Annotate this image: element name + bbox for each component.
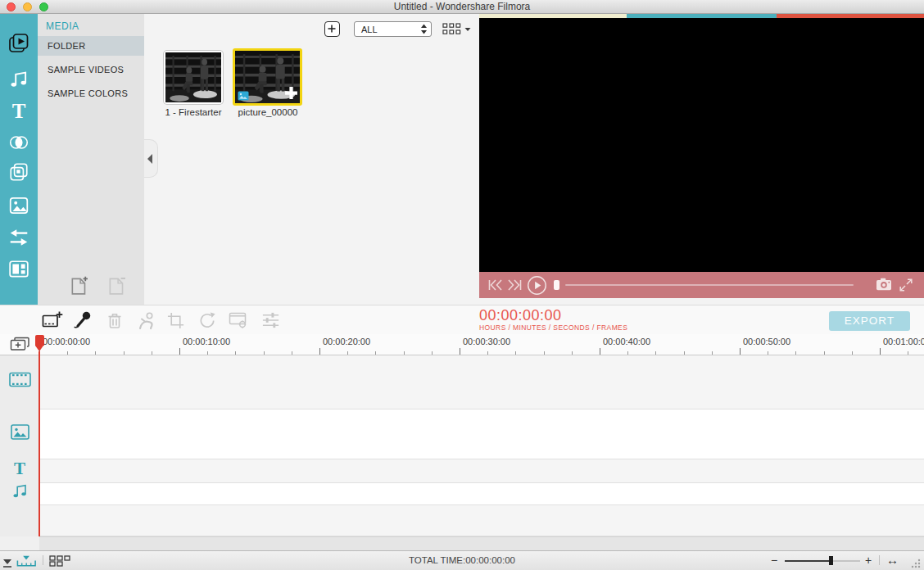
ruler-minor-tick — [207, 351, 208, 355]
media-panel-item-folder[interactable]: FOLDER — [38, 36, 144, 56]
skip-start-icon — [488, 279, 502, 291]
track-gutter: T — [0, 355, 39, 536]
music-note-icon — [8, 68, 29, 89]
delete-button[interactable] — [104, 310, 125, 330]
fit-to-timeline-button[interactable]: ↔ — [886, 553, 899, 567]
export-button[interactable]: EXPORT — [829, 311, 910, 331]
remove-file-icon — [106, 274, 128, 296]
rotate-button[interactable] — [197, 310, 218, 330]
video-preview[interactable] — [479, 18, 924, 272]
add-track-button[interactable] — [10, 337, 30, 355]
image-type-badge-icon — [238, 91, 249, 101]
video-track-header[interactable] — [0, 372, 39, 387]
timecode-caption: HOURS / MINUTES / SECONDS / FRAMES — [479, 323, 627, 332]
ruler-major-tick — [179, 348, 180, 355]
ruler-minor-tick — [684, 351, 685, 355]
seek-bar[interactable] — [565, 284, 854, 286]
microphone-icon — [73, 310, 93, 330]
seek-handle[interactable] — [554, 280, 559, 290]
divider — [879, 555, 880, 565]
skip-to-end-button[interactable] — [508, 279, 522, 291]
ruler-label: 00:00:50:00 — [743, 337, 790, 346]
audio-track[interactable] — [39, 483, 924, 505]
ruler-label: 00:00:10:00 — [183, 337, 230, 346]
sidebar-item-split-screen[interactable] — [7, 225, 31, 250]
playhead-line — [38, 351, 40, 536]
timecode-display: 00:00:00:00 — [479, 307, 562, 324]
fullscreen-button[interactable] — [899, 278, 913, 292]
ruler-major-tick — [880, 348, 881, 355]
extra-track[interactable] — [39, 505, 924, 536]
pip-track-header[interactable] — [0, 424, 39, 440]
ruler-minor-tick — [292, 351, 292, 355]
music-note-icon — [11, 482, 29, 500]
ruler-label: 00:01:00:00 — [883, 337, 924, 346]
media-item-label: picture_00000 — [231, 107, 305, 117]
timeline-zoom-slider-handle[interactable] — [829, 556, 833, 565]
media-library-icon — [7, 32, 30, 55]
crop-button[interactable] — [165, 310, 186, 330]
chevron-down-icon — [464, 27, 471, 32]
zoom-out-button[interactable]: − — [771, 554, 777, 567]
add-track-icon — [10, 337, 30, 351]
pip-track[interactable] — [39, 409, 924, 459]
trash-icon — [106, 311, 124, 330]
audio-track-header[interactable] — [0, 482, 39, 500]
ruler-minor-tick — [404, 351, 405, 355]
timeline-ruler-scale[interactable]: 00:00:00:0000:00:10:0000:00:20:0000:00:3… — [39, 334, 924, 355]
sliders-icon — [261, 311, 280, 329]
add-file-icon — [69, 274, 90, 296]
skip-to-start-button[interactable] — [488, 279, 502, 291]
chevron-left-icon — [147, 154, 152, 164]
timeline-scrollbar[interactable] — [39, 536, 924, 550]
adjust-button[interactable] — [260, 310, 281, 330]
resize-grip-icon[interactable] — [910, 557, 921, 570]
power-tool-button[interactable] — [135, 310, 156, 330]
video-thumbnail — [165, 52, 221, 102]
sidebar-item-titles[interactable]: T — [7, 98, 31, 123]
text-track-header[interactable]: T — [0, 460, 39, 477]
text-track[interactable] — [39, 459, 924, 483]
collapse-panel-tab[interactable] — [144, 139, 158, 178]
remove-file-button[interactable] — [106, 274, 128, 299]
playhead-handle[interactable] — [35, 335, 44, 346]
overlays-icon — [8, 161, 29, 183]
zoom-in-button[interactable]: + — [865, 554, 872, 567]
record-voiceover-button[interactable] — [72, 310, 93, 330]
ruler-minor-tick — [375, 351, 376, 355]
play-button[interactable] — [527, 275, 547, 296]
ruler-major-tick — [600, 348, 600, 355]
view-mode-button[interactable] — [442, 23, 472, 36]
media-item-firestarter[interactable] — [164, 51, 223, 104]
title-bar: Untitled - Wondershare Filmora — [0, 0, 924, 14]
media-panel-item-sample-colors[interactable]: SAMPLE COLORS — [38, 84, 144, 103]
media-panel-item-sample-videos[interactable]: SAMPLE VIDEOS — [38, 60, 144, 79]
sidebar-item-elements[interactable] — [7, 193, 31, 218]
plus-icon — [325, 22, 338, 35]
edit-properties-button[interactable] — [228, 310, 249, 330]
ruler-minor-tick — [655, 351, 656, 355]
snapshot-button[interactable] — [875, 277, 893, 292]
ruler-major-tick — [319, 348, 320, 355]
camera-icon — [875, 277, 893, 292]
ruler-minor-tick — [95, 351, 96, 355]
add-to-timeline-plus-icon[interactable] — [284, 86, 298, 100]
media-filter-select[interactable]: ALL — [354, 21, 432, 37]
sidebar-item-audio[interactable] — [7, 66, 31, 91]
ruler-label: 00:00:00:00 — [43, 337, 90, 346]
import-file-button[interactable] — [69, 274, 90, 299]
media-item-picture-00000[interactable] — [233, 48, 302, 106]
video-track[interactable] — [39, 355, 924, 409]
timeline-zoom-slider-fill — [785, 560, 831, 562]
sidebar-item-media[interactable] — [7, 31, 31, 56]
add-to-timeline-button[interactable] — [42, 310, 63, 330]
film-plus-icon — [42, 310, 63, 330]
sidebar-item-overlays[interactable] — [7, 160, 31, 184]
sidebar-item-transitions[interactable] — [7, 130, 31, 155]
ruler-minor-tick — [124, 351, 125, 355]
media-panel-header: MEDIA — [46, 20, 79, 32]
sidebar-item-layouts[interactable] — [7, 257, 31, 282]
ruler-label: 00:00:20:00 — [323, 337, 370, 346]
add-media-button[interactable] — [324, 21, 340, 37]
titles-icon: T — [14, 460, 25, 477]
